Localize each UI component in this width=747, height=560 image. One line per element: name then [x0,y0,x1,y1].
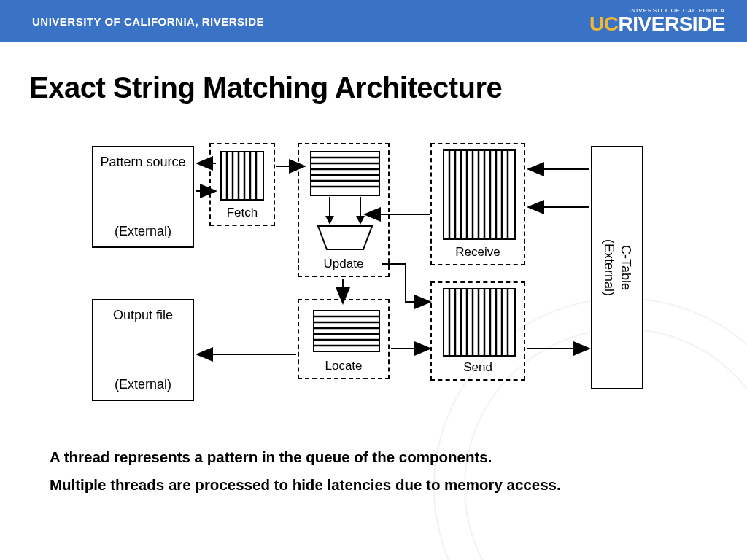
send-queue-icon [433,286,525,362]
node-send: Send [430,281,525,381]
node-ctable: C-Table (External) [591,146,643,389]
ctable-label: C-Table (External) [600,239,635,296]
architecture-diagram: Pattern source (External) Output file (E… [0,139,747,423]
header-university-name: UNIVERSITY OF CALIFORNIA, RIVERSIDE [32,15,264,28]
update-label: Update [299,257,388,271]
node-locate: Locate [298,299,390,379]
slide-title: Exact String Matching Architecture [29,71,502,104]
node-output-file: Output file (External) [92,299,194,401]
send-label: Send [432,360,524,375]
pattern-source-label: Pattern source [99,155,187,170]
description-line-2: Multiple threads are processed to hide l… [50,471,561,499]
description-line-1: A thread represents a pattern in the que… [50,443,561,471]
locate-queue-icon [301,303,390,359]
header-logo-uc: UC [589,12,618,35]
node-update: Update [298,143,390,277]
update-internals-icon [301,147,390,258]
pattern-source-external: (External) [93,224,193,239]
header-logo-riverside: RIVERSIDE [619,12,725,35]
node-fetch: Fetch [209,143,275,226]
output-file-label: Output file [99,308,187,323]
fetch-queue-icon [212,149,275,206]
description-block: A thread represents a pattern in the que… [50,443,561,499]
node-pattern-source: Pattern source (External) [92,146,194,248]
locate-label: Locate [299,359,388,373]
svg-marker-17 [356,216,365,225]
svg-marker-15 [325,216,334,225]
receive-label: Receive [432,245,524,260]
svg-marker-18 [318,226,372,249]
header-bar: UNIVERSITY OF CALIFORNIA, RIVERSIDE UNIV… [0,0,747,42]
fetch-label: Fetch [211,206,274,220]
node-receive: Receive [430,143,525,265]
header-logo: UNIVERSITY OF CALIFORNIA UCRIVERSIDE [589,7,725,36]
output-file-external: (External) [93,377,193,392]
receive-queue-icon [433,147,525,245]
header-logo-main: UCRIVERSIDE [589,12,725,36]
